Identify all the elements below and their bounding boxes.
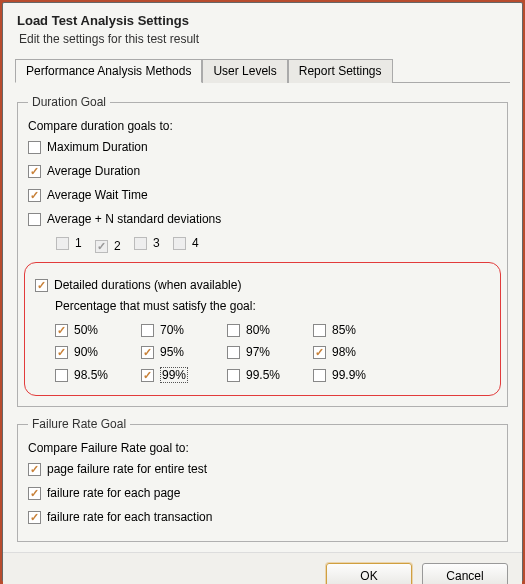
n-stddev-options: 1 2 3 4 <box>28 233 497 256</box>
checkbox-icon <box>28 165 41 178</box>
check-label: 99.9% <box>332 368 366 382</box>
check-label: 85% <box>332 323 356 337</box>
percent-grid: 50% 70% 80% 85% 90% 95% 97% 98% 98.5% 99… <box>35 321 490 385</box>
detailed-durations-highlight: Detailed durations (when available) Perc… <box>24 262 501 396</box>
check-label: 97% <box>246 345 270 359</box>
checkbox-icon <box>56 237 69 250</box>
check-average-n-stddev[interactable]: Average + N standard deviations <box>28 212 221 226</box>
duration-goal-group: Duration Goal Compare duration goals to:… <box>17 95 508 407</box>
failure-compare-label: Compare Failure Rate goal to: <box>28 441 497 455</box>
checkbox-icon <box>28 213 41 226</box>
checkbox-icon <box>134 237 147 250</box>
check-label: failure rate for each page <box>47 486 180 500</box>
check-label: 95% <box>160 345 184 359</box>
ndev-2[interactable]: 2 <box>95 239 121 253</box>
dialog-header: Load Test Analysis Settings Edit the set… <box>3 3 522 52</box>
checkbox-icon <box>28 463 41 476</box>
check-label: failure rate for each transaction <box>47 510 212 524</box>
check-label: 99% <box>160 367 188 383</box>
checkbox-icon <box>313 346 326 359</box>
tab-report-settings[interactable]: Report Settings <box>288 59 393 83</box>
check-label: Detailed durations (when available) <box>54 278 241 292</box>
ndev-4[interactable]: 4 <box>173 236 199 250</box>
check-average-duration[interactable]: Average Duration <box>28 164 140 178</box>
ok-button[interactable]: OK <box>326 563 412 584</box>
check-label: 80% <box>246 323 270 337</box>
cancel-button[interactable]: Cancel <box>422 563 508 584</box>
checkbox-icon <box>173 237 186 250</box>
checkbox-icon <box>141 346 154 359</box>
pct-50[interactable]: 50% <box>55 323 139 337</box>
pct-98[interactable]: 98% <box>313 345 397 359</box>
pct-99-5[interactable]: 99.5% <box>227 367 311 383</box>
check-label: 90% <box>74 345 98 359</box>
checkbox-icon <box>141 324 154 337</box>
checkbox-icon <box>55 346 68 359</box>
pct-99[interactable]: 99% <box>141 367 225 383</box>
checkbox-icon <box>28 141 41 154</box>
checkbox-icon <box>227 324 240 337</box>
check-detailed-durations[interactable]: Detailed durations (when available) <box>35 278 241 292</box>
checkbox-icon <box>141 369 154 382</box>
check-label: 70% <box>160 323 184 337</box>
failure-goal-legend: Failure Rate Goal <box>28 417 130 431</box>
checkbox-icon <box>28 487 41 500</box>
checkbox-icon <box>227 346 240 359</box>
pct-70[interactable]: 70% <box>141 323 225 337</box>
check-label: Average Duration <box>47 164 140 178</box>
check-label: 1 <box>75 236 82 250</box>
check-label: Average + N standard deviations <box>47 212 221 226</box>
check-failure-each-page[interactable]: failure rate for each page <box>28 486 180 500</box>
pct-90[interactable]: 90% <box>55 345 139 359</box>
pct-99-9[interactable]: 99.9% <box>313 367 397 383</box>
check-label: 98.5% <box>74 368 108 382</box>
check-failure-each-transaction[interactable]: failure rate for each transaction <box>28 510 212 524</box>
failure-rate-goal-group: Failure Rate Goal Compare Failure Rate g… <box>17 417 508 542</box>
ndev-3[interactable]: 3 <box>134 236 160 250</box>
duration-goal-legend: Duration Goal <box>28 95 110 109</box>
percent-satisfy-label: Percentage that must satisfy the goal: <box>35 299 490 313</box>
checkbox-icon <box>55 369 68 382</box>
tab-performance-analysis[interactable]: Performance Analysis Methods <box>15 59 202 83</box>
check-label: 3 <box>153 236 160 250</box>
check-label: 2 <box>114 239 121 253</box>
dialog: Load Test Analysis Settings Edit the set… <box>2 2 523 582</box>
pct-95[interactable]: 95% <box>141 345 225 359</box>
checkbox-icon <box>28 189 41 202</box>
check-label: 99.5% <box>246 368 280 382</box>
pct-80[interactable]: 80% <box>227 323 311 337</box>
check-average-wait-time[interactable]: Average Wait Time <box>28 188 148 202</box>
check-label: Average Wait Time <box>47 188 148 202</box>
checkbox-icon <box>313 324 326 337</box>
tab-bar: Performance Analysis Methods User Levels… <box>15 58 510 83</box>
pct-98-5[interactable]: 98.5% <box>55 367 139 383</box>
button-bar: OK Cancel <box>3 552 522 584</box>
dialog-content: Performance Analysis Methods User Levels… <box>3 52 522 552</box>
check-label: Maximum Duration <box>47 140 148 154</box>
check-maximum-duration[interactable]: Maximum Duration <box>28 140 148 154</box>
dialog-subtitle: Edit the settings for this test result <box>17 32 508 46</box>
checkbox-icon <box>313 369 326 382</box>
pct-97[interactable]: 97% <box>227 345 311 359</box>
check-label: page failure rate for entire test <box>47 462 207 476</box>
checkbox-icon <box>95 240 108 253</box>
tab-user-levels[interactable]: User Levels <box>202 59 287 83</box>
tab-panel: Duration Goal Compare duration goals to:… <box>15 83 510 542</box>
check-label: 4 <box>192 236 199 250</box>
checkbox-icon <box>55 324 68 337</box>
pct-85[interactable]: 85% <box>313 323 397 337</box>
dialog-title: Load Test Analysis Settings <box>17 13 508 28</box>
checkbox-icon <box>35 279 48 292</box>
duration-compare-label: Compare duration goals to: <box>28 119 497 133</box>
checkbox-icon <box>227 369 240 382</box>
ndev-1[interactable]: 1 <box>56 236 82 250</box>
check-label: 50% <box>74 323 98 337</box>
check-label: 98% <box>332 345 356 359</box>
check-page-failure-entire[interactable]: page failure rate for entire test <box>28 462 207 476</box>
checkbox-icon <box>28 511 41 524</box>
